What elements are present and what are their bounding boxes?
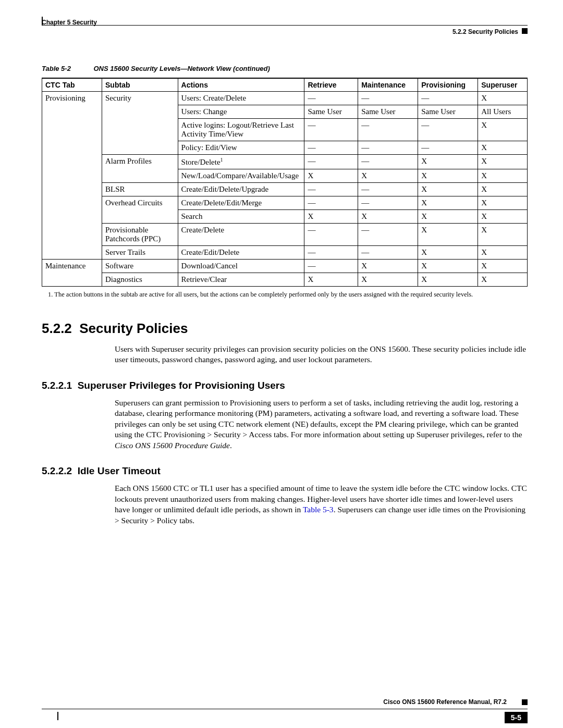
table-title: ONS 15600 Security Levels—Network View (… bbox=[94, 65, 270, 72]
cell-ret: — bbox=[304, 92, 358, 105]
security-levels-table: CTC Tab Subtab Actions Retrieve Maintena… bbox=[42, 78, 528, 287]
cell-sup: X bbox=[478, 155, 528, 169]
section-body: Users with Superuser security privileges… bbox=[115, 344, 528, 365]
table-row: Provisionable Patchcords (PPC) Create/De… bbox=[42, 224, 528, 246]
cell-mnt: — bbox=[358, 196, 418, 210]
cell-sup: X bbox=[478, 246, 528, 260]
cell-act: Search bbox=[178, 210, 304, 224]
cell-ret: X bbox=[304, 210, 358, 224]
cell-prv: X bbox=[418, 169, 478, 183]
cell-ret: Same User bbox=[304, 105, 358, 119]
cell-prv: Same User bbox=[418, 105, 478, 119]
cell-prv: X bbox=[418, 210, 478, 224]
cell-sub: Overhead Circuits bbox=[102, 196, 178, 224]
page-footer: Cisco ONS 15600 Reference Manual, R7.2 5… bbox=[42, 709, 528, 709]
cell-sub: Diagnostics bbox=[102, 273, 178, 287]
cell-sub: Provisionable Patchcords (PPC) bbox=[102, 224, 178, 246]
cell-prv: X bbox=[418, 196, 478, 210]
cell-mnt: X bbox=[358, 260, 418, 273]
cell-mnt: — bbox=[358, 246, 418, 260]
cell-mnt: — bbox=[358, 92, 418, 105]
cell-sub: Alarm Profiles bbox=[102, 155, 178, 183]
cell-prv: X bbox=[418, 224, 478, 246]
footer-doc-title: Cisco ONS 15600 Reference Manual, R7.2 bbox=[383, 698, 507, 706]
cell-mnt: X bbox=[358, 169, 418, 183]
cell-ret: — bbox=[304, 196, 358, 210]
table-5-3-link[interactable]: Table 5-3 bbox=[303, 505, 334, 514]
footer-rule bbox=[42, 709, 528, 709]
cell-sub: BLSR bbox=[102, 183, 178, 196]
running-header-right: 5.2.2 Security Policies bbox=[452, 28, 518, 35]
cell-sup: X bbox=[478, 210, 528, 224]
cell-sup: X bbox=[478, 183, 528, 196]
cell-ret: — bbox=[304, 246, 358, 260]
cell-sup: X bbox=[478, 92, 528, 105]
header-square-icon bbox=[522, 28, 528, 34]
th-maintenance: Maintenance bbox=[358, 78, 418, 92]
subsection-body: Superusers can grant permission to Provi… bbox=[115, 398, 528, 451]
th-retrieve: Retrieve bbox=[304, 78, 358, 92]
cell-sup: X bbox=[478, 224, 528, 246]
cell-ret: X bbox=[304, 169, 358, 183]
cell-prv: X bbox=[418, 260, 478, 273]
table-row: Diagnostics Retrieve/Clear X X X X bbox=[42, 273, 528, 287]
cell-act: Create/Delete bbox=[178, 224, 304, 246]
cell-prv: — bbox=[418, 119, 478, 141]
cell-prv: X bbox=[418, 246, 478, 260]
cell-act: Policy: Edit/View bbox=[178, 141, 304, 155]
cell-mnt: Same User bbox=[358, 105, 418, 119]
cell-act: Users: Create/Delete bbox=[178, 92, 304, 105]
cell-mnt: — bbox=[358, 155, 418, 169]
table-row: BLSR Create/Edit/Delete/Upgrade — — X X bbox=[42, 183, 528, 196]
cell-prv: — bbox=[418, 92, 478, 105]
page-number: 5-5 bbox=[505, 712, 528, 723]
cell-mnt: — bbox=[358, 224, 418, 246]
table-row: Provisioning Security Users: Create/Dele… bbox=[42, 92, 528, 105]
cell-act: Create/Edit/Delete/Upgrade bbox=[178, 183, 304, 196]
cell-prv: X bbox=[418, 273, 478, 287]
cell-prv: X bbox=[418, 183, 478, 196]
cell-mnt: X bbox=[358, 273, 418, 287]
procedure-guide-ref: Cisco ONS 15600 Procedure Guide bbox=[115, 441, 230, 450]
subsection-heading-idle-user-timeout: 5.2.2.2 Idle User Timeout bbox=[42, 465, 528, 477]
section-heading-security-policies: 5.2.2 Security Policies bbox=[42, 320, 528, 337]
th-subtab: Subtab bbox=[102, 78, 178, 92]
table-caption: Table 5-2 ONS 15600 Security Levels—Netw… bbox=[42, 65, 528, 72]
cell-sup: X bbox=[478, 260, 528, 273]
cell-ret: — bbox=[304, 224, 358, 246]
cell-sup: X bbox=[478, 196, 528, 210]
cell-mnt: — bbox=[358, 141, 418, 155]
th-provisioning: Provisioning bbox=[418, 78, 478, 92]
subsection-heading-superuser-privileges: 5.2.2.1 Superuser Privileges for Provisi… bbox=[42, 380, 528, 391]
footer-square-icon bbox=[522, 699, 528, 705]
table-row: Alarm Profiles Store/Delete1 — — X X bbox=[42, 155, 528, 169]
cell-act: Users: Change bbox=[178, 105, 304, 119]
cell-ret: — bbox=[304, 155, 358, 169]
cell-act: Store/Delete1 bbox=[178, 155, 304, 169]
cell-prv: X bbox=[418, 155, 478, 169]
table-header-row: CTC Tab Subtab Actions Retrieve Maintena… bbox=[42, 78, 528, 92]
th-ctc-tab: CTC Tab bbox=[42, 78, 102, 92]
cell-sup: All Users bbox=[478, 105, 528, 119]
table-row: Server Trails Create/Edit/Delete — — X X bbox=[42, 246, 528, 260]
cell-sup: X bbox=[478, 169, 528, 183]
table-row: Overhead Circuits Create/Delete/Edit/Mer… bbox=[42, 196, 528, 210]
cell-mnt: — bbox=[358, 119, 418, 141]
footer-decorative-bar bbox=[57, 712, 58, 720]
cell-ret: X bbox=[304, 273, 358, 287]
cell-sub: Server Trails bbox=[102, 246, 178, 260]
cell-ret: — bbox=[304, 119, 358, 141]
cell-ret: — bbox=[304, 141, 358, 155]
cell-ctc: Provisioning bbox=[42, 92, 102, 260]
cell-act: Create/Edit/Delete bbox=[178, 246, 304, 260]
cell-ret: — bbox=[304, 183, 358, 196]
header-rule bbox=[42, 25, 528, 26]
cell-mnt: — bbox=[358, 183, 418, 196]
cell-prv: — bbox=[418, 141, 478, 155]
th-actions: Actions bbox=[178, 78, 304, 92]
cell-act: Retrieve/Clear bbox=[178, 273, 304, 287]
cell-ctc: Maintenance bbox=[42, 260, 102, 287]
cell-sub: Security bbox=[102, 92, 178, 155]
cell-act: Create/Delete/Edit/Merge bbox=[178, 196, 304, 210]
cell-ret: — bbox=[304, 260, 358, 273]
